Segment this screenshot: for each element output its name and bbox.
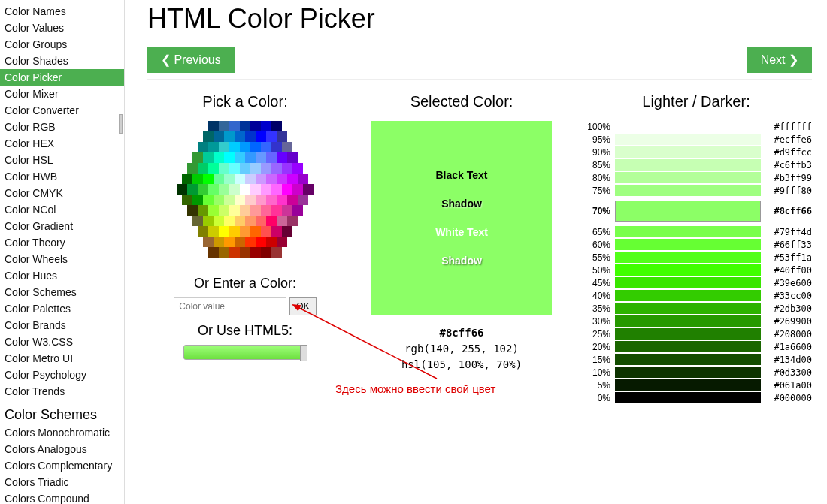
hex-cell[interactable] <box>271 226 282 237</box>
hex-cell[interactable] <box>303 184 314 195</box>
hex-cell[interactable] <box>214 131 224 142</box>
hex-cell[interactable] <box>229 121 240 131</box>
shade-row[interactable]: 35%#2db300 <box>580 303 812 314</box>
hex-cell[interactable] <box>240 226 250 237</box>
hex-cell[interactable] <box>261 142 271 152</box>
hex-cell[interactable] <box>266 237 277 247</box>
hex-cell[interactable] <box>266 195 277 205</box>
shade-row[interactable]: 25%#208000 <box>580 328 812 340</box>
shade-bar[interactable] <box>615 146 761 158</box>
sidebar-item-color-schemes[interactable]: Color Schemes <box>0 284 124 300</box>
hex-cell[interactable] <box>277 152 287 163</box>
shade-bar[interactable] <box>615 392 761 403</box>
shade-bar[interactable] <box>615 121 761 132</box>
shade-row[interactable]: 70%#8cff66 <box>580 198 812 225</box>
hex-cell[interactable] <box>187 184 198 195</box>
shade-bar[interactable] <box>615 354 761 365</box>
sidebar-item-color-theory[interactable]: Color Theory <box>0 234 124 251</box>
shade-row[interactable]: 15%#134d00 <box>580 354 812 365</box>
hex-cell[interactable] <box>224 131 235 142</box>
hex-cell[interactable] <box>287 152 298 163</box>
hex-cell[interactable] <box>235 174 245 184</box>
sidebar-item-color-shades[interactable]: Color Shades <box>0 53 124 69</box>
hex-cell[interactable] <box>282 226 292 237</box>
shade-row[interactable]: 90%#d9ffcc <box>580 146 812 158</box>
hex-cell[interactable] <box>271 205 282 216</box>
hex-cell[interactable] <box>229 184 240 195</box>
hex-cell[interactable] <box>271 163 282 174</box>
sidebar-item-color-converter[interactable]: Color Converter <box>0 102 124 119</box>
shade-row[interactable]: 45%#39e600 <box>580 277 812 288</box>
sidebar-item-color-groups[interactable]: Color Groups <box>0 36 124 53</box>
hex-cell[interactable] <box>271 184 282 195</box>
hex-cell[interactable] <box>235 216 245 226</box>
hex-cell[interactable] <box>192 195 203 205</box>
hex-cell[interactable] <box>229 226 240 237</box>
shade-bar[interactable] <box>615 201 761 222</box>
shade-row[interactable]: 0%#000000 <box>580 392 812 403</box>
hex-cell[interactable] <box>208 205 219 216</box>
hex-cell[interactable] <box>198 205 208 216</box>
hex-cell[interactable] <box>266 216 277 226</box>
sidebar-item-colors-compound[interactable]: Colors Compound <box>0 490 124 504</box>
hex-cell[interactable] <box>177 184 187 195</box>
hex-cell[interactable] <box>203 131 214 142</box>
color-value-input[interactable] <box>174 297 286 315</box>
hex-cell[interactable] <box>240 121 250 131</box>
sidebar-item-color-hex[interactable]: Color HEX <box>0 135 124 152</box>
shade-bar[interactable] <box>615 290 761 301</box>
hex-cell[interactable] <box>282 163 292 174</box>
hex-cell[interactable] <box>277 195 287 205</box>
hex-cell[interactable] <box>224 174 235 184</box>
hex-cell[interactable] <box>208 142 219 152</box>
sidebar-item-color-mixer[interactable]: Color Mixer <box>0 86 124 102</box>
hex-cell[interactable] <box>235 131 245 142</box>
hex-cell[interactable] <box>245 131 256 142</box>
hex-cell[interactable] <box>282 142 292 152</box>
hex-cell[interactable] <box>292 205 303 216</box>
hex-cell[interactable] <box>277 131 287 142</box>
hex-cell[interactable] <box>219 184 229 195</box>
hex-cell[interactable] <box>203 216 214 226</box>
hex-cell[interactable] <box>271 121 282 131</box>
hex-cell[interactable] <box>187 163 198 174</box>
hex-cell[interactable] <box>235 237 245 247</box>
shade-bar[interactable] <box>615 379 761 391</box>
color-hexagon-wheel[interactable] <box>170 121 320 264</box>
shade-bar[interactable] <box>615 367 761 378</box>
shade-row[interactable]: 5%#061a00 <box>580 379 812 391</box>
hex-cell[interactable] <box>198 142 208 152</box>
sidebar-item-color-hues[interactable]: Color Hues <box>0 267 124 284</box>
hex-cell[interactable] <box>235 152 245 163</box>
hex-cell[interactable] <box>298 174 308 184</box>
hex-cell[interactable] <box>214 237 224 247</box>
hex-cell[interactable] <box>187 205 198 216</box>
sidebar-item-color-hsl[interactable]: Color HSL <box>0 152 124 168</box>
hex-cell[interactable] <box>240 184 250 195</box>
hex-cell[interactable] <box>271 142 282 152</box>
hex-cell[interactable] <box>214 152 224 163</box>
shade-row[interactable]: 60%#66ff33 <box>580 239 812 250</box>
shade-row[interactable]: 80%#b3ff99 <box>580 172 812 183</box>
hex-cell[interactable] <box>203 195 214 205</box>
hex-cell[interactable] <box>261 226 271 237</box>
hex-cell[interactable] <box>219 247 229 258</box>
shade-bar[interactable] <box>615 252 761 263</box>
hex-cell[interactable] <box>261 121 271 131</box>
hex-cell[interactable] <box>282 184 292 195</box>
shade-row[interactable]: 100%#ffffff <box>580 121 812 132</box>
hex-cell[interactable] <box>229 163 240 174</box>
hex-cell[interactable] <box>229 142 240 152</box>
shade-row[interactable]: 65%#79ff4d <box>580 226 812 237</box>
hex-cell[interactable] <box>277 237 287 247</box>
hex-cell[interactable] <box>250 163 261 174</box>
hex-cell[interactable] <box>192 174 203 184</box>
shade-bar[interactable] <box>615 328 761 340</box>
hex-cell[interactable] <box>219 121 229 131</box>
hex-cell[interactable] <box>224 237 235 247</box>
hex-cell[interactable] <box>292 184 303 195</box>
hex-cell[interactable] <box>266 131 277 142</box>
hex-cell[interactable] <box>256 152 266 163</box>
shade-row[interactable]: 55%#53ff1a <box>580 252 812 263</box>
sidebar-item-color-brands[interactable]: Color Brands <box>0 317 124 333</box>
